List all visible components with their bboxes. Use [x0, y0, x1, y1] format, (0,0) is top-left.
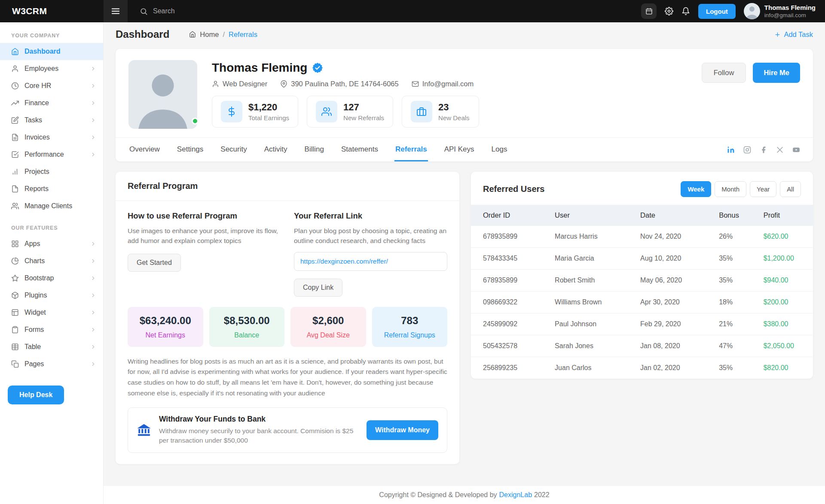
- filter-week[interactable]: Week: [681, 181, 711, 197]
- main-content: Dashboard Home / Referrals Add Task Thom…: [104, 22, 825, 504]
- sidebar-item-employees[interactable]: Employees: [0, 60, 103, 77]
- tab-settings[interactable]: Settings: [176, 138, 204, 161]
- user-menu[interactable]: Thomas Fleming info@gmail.com: [744, 3, 816, 19]
- sidebar-item-tasks[interactable]: Tasks: [0, 112, 103, 129]
- sidebar-item-finance[interactable]: Finance: [0, 94, 103, 112]
- how-to-text: Use images to enhance your post, improve…: [128, 226, 281, 246]
- settings-gear-button[interactable]: [665, 7, 673, 15]
- invoices-icon: [11, 134, 19, 141]
- bonus-cell: 35%: [714, 248, 758, 270]
- online-status-dot: [192, 118, 199, 124]
- chevron-right-icon: [90, 83, 96, 89]
- tab-logs[interactable]: Logs: [491, 138, 508, 161]
- home-icon: [11, 48, 19, 55]
- facebook-icon[interactable]: [760, 146, 767, 154]
- dollar-icon: [221, 101, 242, 122]
- sidebar-item-label: Apps: [24, 240, 40, 248]
- sidebar-item-dashboard[interactable]: Dashboard: [0, 43, 103, 60]
- withdraw-title: Withdraw Your Funds to Bank: [159, 415, 359, 424]
- sidebar-item-table[interactable]: Table: [0, 338, 103, 355]
- help-desk-button[interactable]: Help Desk: [8, 386, 64, 404]
- referral-link-title: Your Referral Link: [294, 211, 447, 221]
- chevron-right-icon: [90, 134, 96, 140]
- breadcrumb-home[interactable]: Home: [200, 30, 219, 39]
- sidebar-item-forms[interactable]: Forms: [0, 321, 103, 338]
- column-header-order-id: Order ID: [471, 205, 550, 226]
- bell-icon: [681, 7, 690, 15]
- notifications-bell-button[interactable]: [681, 7, 690, 15]
- hamburger-menu-button[interactable]: [104, 0, 128, 22]
- profile-photo: [128, 60, 197, 129]
- sidebar-item-charts[interactable]: Charts: [0, 252, 103, 270]
- table-row: 578433345Maria GarciaAug 10, 202035%$1,2…: [471, 248, 813, 270]
- filter-all[interactable]: All: [780, 181, 801, 197]
- calendar-button[interactable]: [641, 3, 657, 19]
- x-glyph: [776, 146, 784, 154]
- profile-address-label: 390 Paulina Path, DE 14764-6065: [291, 80, 398, 88]
- column-header-user: User: [550, 205, 635, 226]
- sidebar-item-apps[interactable]: Apps: [0, 235, 103, 252]
- profile-email-label: Info@gmail.com: [422, 80, 474, 88]
- filter-month[interactable]: Month: [715, 181, 746, 197]
- profile-role: Web Designer: [212, 80, 267, 88]
- order-id-cell: 678935899: [471, 226, 550, 248]
- sidebar-item-plugins[interactable]: Plugins: [0, 287, 103, 304]
- topbar: W3CRM Logout Thomas Fleming info@gmail.c…: [0, 0, 825, 22]
- logout-button[interactable]: Logout: [698, 4, 736, 19]
- sidebar-item-projects[interactable]: Projects: [0, 163, 103, 180]
- youtube-icon[interactable]: [792, 146, 800, 154]
- profit-cell: $200.00: [758, 291, 813, 313]
- tab-activity[interactable]: Activity: [263, 138, 288, 161]
- profit-cell: $820.00: [758, 357, 813, 379]
- home-icon: [189, 31, 196, 38]
- footer-brand-link[interactable]: DexignLab: [499, 491, 532, 499]
- withdraw-money-button[interactable]: Withdraw Money: [367, 420, 438, 440]
- add-task-button[interactable]: Add Task: [774, 30, 813, 39]
- get-started-button[interactable]: Get Started: [128, 254, 181, 272]
- tile-label: Referral Signups: [376, 331, 444, 339]
- summary-tile-net-earnings: $63,240.00Net Earnings: [128, 307, 203, 347]
- x-twitter-icon[interactable]: [776, 146, 784, 154]
- sidebar-item-label: Charts: [24, 257, 45, 265]
- linkedin-icon[interactable]: [727, 146, 735, 154]
- chevron-right-icon: [90, 258, 96, 264]
- table-icon: [11, 343, 19, 351]
- linkedin-glyph: [727, 146, 735, 154]
- search-input[interactable]: [153, 7, 260, 15]
- referral-link-input[interactable]: [294, 252, 447, 271]
- sidebar-item-invoices[interactable]: Invoices: [0, 129, 103, 146]
- sidebar-item-manage-clients[interactable]: Manage Clients: [0, 197, 103, 215]
- profile-card: Thomas Fleming Web Designer 390 Paulina …: [116, 49, 813, 161]
- sidebar-item-widget[interactable]: Widget: [0, 304, 103, 321]
- hire-me-button[interactable]: Hire Me: [753, 63, 800, 83]
- follow-button[interactable]: Follow: [702, 63, 746, 83]
- sidebar-item-bootstrap[interactable]: Bootstrap: [0, 270, 103, 287]
- sidebar-item-reports[interactable]: Reports: [0, 180, 103, 197]
- filter-year[interactable]: Year: [750, 181, 776, 197]
- add-task-label: Add Task: [784, 30, 813, 39]
- referred-users-table: Order IDUserDateBonusProfit 678935899Mar…: [471, 205, 813, 379]
- copy-link-button[interactable]: Copy Link: [294, 279, 342, 297]
- sidebar-section-label: YOUR COMPANY: [0, 22, 103, 43]
- tab-referrals[interactable]: Referrals: [394, 138, 428, 161]
- instagram-icon[interactable]: [743, 146, 751, 154]
- table-row: 245899092Paul JohnsonFeb 29, 202021%$380…: [471, 313, 813, 335]
- tile-label: Balance: [213, 331, 281, 339]
- user-cell: Sarah Jones: [550, 335, 635, 357]
- tab-statements[interactable]: Statements: [340, 138, 379, 161]
- tab-overview[interactable]: Overview: [128, 138, 161, 161]
- order-id-cell: 505432578: [471, 335, 550, 357]
- reports-icon: [11, 185, 19, 193]
- bootstrap-icon: [11, 274, 19, 282]
- profile-avatar-image: [128, 60, 197, 129]
- topbar-avatar: [744, 3, 760, 19]
- forms-icon: [11, 326, 19, 334]
- sidebar-item-core-hr[interactable]: Core HR: [0, 77, 103, 94]
- chevron-right-icon: [90, 117, 96, 123]
- tab-billing[interactable]: Billing: [304, 138, 325, 161]
- tab-security[interactable]: Security: [220, 138, 248, 161]
- sidebar-item-performance[interactable]: Performance: [0, 146, 103, 163]
- sidebar-item-pages[interactable]: Pages: [0, 355, 103, 373]
- tab-api-keys[interactable]: API Keys: [443, 138, 475, 161]
- search-icon: [140, 7, 148, 15]
